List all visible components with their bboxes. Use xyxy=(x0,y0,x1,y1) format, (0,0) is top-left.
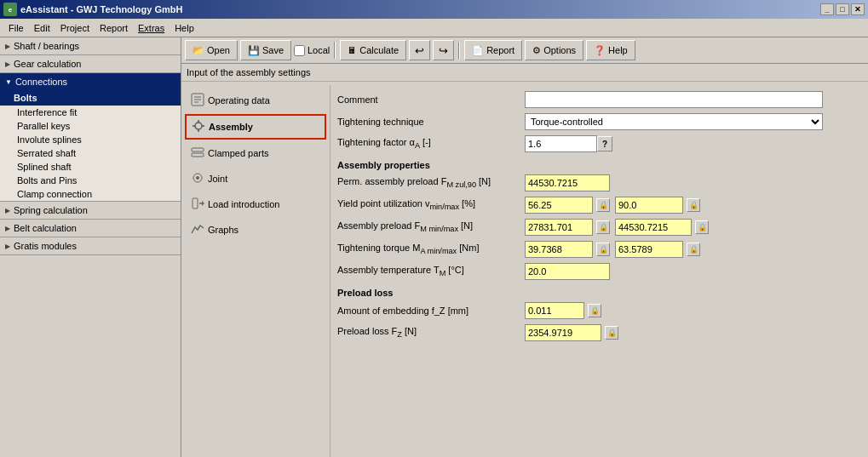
asm-preload-max-input[interactable] xyxy=(615,219,692,236)
panel-title: Input of the assembly settings xyxy=(181,64,868,82)
lock-icon-6[interactable]: 🔒 xyxy=(687,243,700,256)
menu-extras[interactable]: Extras xyxy=(133,21,170,35)
tightening-factor-input[interactable] xyxy=(525,135,597,152)
asm-temp-row: Assembly temperature TM [°C] xyxy=(337,262,861,281)
asm-preload-min-input[interactable] xyxy=(525,219,593,236)
title-bar: e eAssistant - GWJ Technology GmbH _ □ ✕ xyxy=(0,0,868,19)
asm-temp-label: Assembly temperature TM [°C] xyxy=(337,265,525,277)
lock-icon-7[interactable]: 🔒 xyxy=(588,304,601,317)
perm-preload-row: Perm. assembly preload FM zul,90 [N] xyxy=(337,174,861,192)
arrow-icon: ▶ xyxy=(5,207,10,214)
tab-graphs[interactable]: Graphs xyxy=(185,218,326,242)
sidebar-item-splined-shaft[interactable]: Splined shaft xyxy=(0,160,181,174)
menu-project[interactable]: Project xyxy=(55,21,95,35)
open-icon: 📂 xyxy=(193,45,204,56)
help-button[interactable]: ❓ Help xyxy=(586,40,635,60)
sidebar-item-serrated-shaft[interactable]: Serrated shaft xyxy=(0,146,181,160)
sidebar-item-involute-splines[interactable]: Involute splines xyxy=(0,133,181,146)
save-button[interactable]: 💾 Save xyxy=(240,40,291,60)
assembly-icon xyxy=(192,119,205,134)
tightening-torque-min-input[interactable] xyxy=(525,241,593,258)
window-controls[interactable]: _ □ ✕ xyxy=(820,3,865,15)
menu-help[interactable]: Help xyxy=(170,21,199,35)
lock-icon-4[interactable]: 🔒 xyxy=(695,220,709,234)
lock-icon-3[interactable]: 🔒 xyxy=(596,220,610,234)
joint-icon xyxy=(191,171,204,186)
sidebar-item-gratis[interactable]: ▶ Gratis modules xyxy=(0,237,181,254)
tightening-tech-select[interactable]: Torque-controlled xyxy=(525,113,823,130)
preload-loss-label: Preload loss FZ [N] xyxy=(337,326,525,339)
sidebar-item-shaft-bearings[interactable]: ▶ Shaft / bearings xyxy=(0,37,181,54)
comment-input[interactable] xyxy=(525,91,823,108)
sidebar-section-gear: ▶ Gear calculation xyxy=(0,55,181,73)
embedding-label: Amount of embedding f_Z [mm] xyxy=(337,306,525,316)
comment-label: Comment xyxy=(337,94,525,105)
tightening-tech-row: Tightening technique Torque-controlled xyxy=(337,112,861,131)
perm-preload-label: Perm. assembly preload FM zul,90 [N] xyxy=(337,176,525,189)
local-checkbox[interactable] xyxy=(294,45,305,56)
sidebar-label-gear: Gear calculation xyxy=(14,59,82,69)
sidebar-label-shaft: Shaft / bearings xyxy=(14,41,79,51)
svg-rect-10 xyxy=(192,153,204,157)
open-button[interactable]: 📂 Open xyxy=(185,40,238,60)
tab-joint[interactable]: Joint xyxy=(185,167,326,191)
tab-clamped-parts[interactable]: Clamped parts xyxy=(185,141,326,165)
yield-util-label: Yield point utilization vmin/max [%] xyxy=(337,198,525,211)
tab-assembly-label: Assembly xyxy=(209,122,253,132)
minimize-button[interactable]: _ xyxy=(820,3,834,15)
lock-icon-8[interactable]: 🔒 xyxy=(605,326,618,340)
tightening-factor-label: Tightening factor αA [-] xyxy=(337,137,525,150)
assembly-props-header: Assembly properties xyxy=(337,160,861,170)
lock-icon-1[interactable]: 🔒 xyxy=(596,198,610,212)
operating-data-icon xyxy=(191,93,204,108)
redo-button[interactable]: ↪ xyxy=(433,40,454,60)
tightening-tech-label: Tightening technique xyxy=(337,117,525,127)
options-icon: ⚙ xyxy=(532,45,541,56)
sidebar-item-belt[interactable]: ▶ Belt calculation xyxy=(0,220,181,237)
question-button[interactable]: ? xyxy=(597,136,612,151)
preload-loss-input[interactable] xyxy=(525,324,601,341)
tightening-torque-max-input[interactable] xyxy=(615,241,683,258)
report-button[interactable]: 📄 Report xyxy=(464,40,522,60)
tab-operating-data[interactable]: Operating data xyxy=(185,89,326,112)
lock-icon-5[interactable]: 🔒 xyxy=(596,243,610,256)
sidebar-item-interference-fit[interactable]: Interference fit xyxy=(0,106,181,119)
tab-graphs-label: Graphs xyxy=(208,225,239,235)
yield-util-min-input[interactable] xyxy=(525,197,593,214)
close-button[interactable]: ✕ xyxy=(851,3,865,15)
tab-assembly[interactable]: Assembly xyxy=(185,114,326,140)
options-button[interactable]: ⚙ Options xyxy=(525,40,583,60)
tab-navigation: Operating data Assembly Clamped parts xyxy=(181,85,331,457)
restore-button[interactable]: □ xyxy=(836,3,849,15)
calculate-button[interactable]: 🖩 Calculate xyxy=(340,40,406,60)
sidebar-item-connections[interactable]: ▼ Connections xyxy=(0,73,181,90)
menu-file[interactable]: File xyxy=(3,21,29,35)
sidebar-item-clamp-connection[interactable]: Clamp connection xyxy=(0,187,181,201)
asm-temp-input[interactable] xyxy=(525,263,610,280)
separator2 xyxy=(458,42,460,59)
undo-button[interactable]: ↩ xyxy=(409,40,430,60)
sidebar-section-spring: ▶ Spring calculation xyxy=(0,202,181,220)
sidebar-item-bolts[interactable]: Bolts xyxy=(0,90,181,106)
separator xyxy=(334,42,336,59)
embedding-row: Amount of embedding f_Z [mm] 🔒 xyxy=(337,301,861,320)
yield-util-max-input[interactable] xyxy=(615,197,683,214)
tab-load-introduction[interactable]: Load introduction xyxy=(185,192,326,216)
asm-preload-label: Assembly preload FM min/max [N] xyxy=(337,220,525,233)
embedding-input[interactable] xyxy=(525,302,584,319)
yield-util-row: Yield point utilization vmin/max [%] 🔒 🔒 xyxy=(337,196,861,214)
sidebar-section-shaft: ▶ Shaft / bearings xyxy=(0,37,181,55)
menu-report[interactable]: Report xyxy=(95,21,133,35)
sidebar-item-gear[interactable]: ▶ Gear calculation xyxy=(0,55,181,72)
sidebar-item-parallel-keys[interactable]: Parallel keys xyxy=(0,119,181,133)
sidebar: ▶ Shaft / bearings ▶ Gear calculation ▼ … xyxy=(0,37,181,457)
tab-load-introduction-label: Load introduction xyxy=(208,199,279,209)
sidebar-item-bolts-pins[interactable]: Bolts and Pins xyxy=(0,174,181,187)
svg-rect-13 xyxy=(193,198,198,209)
menu-edit[interactable]: Edit xyxy=(29,21,55,35)
sidebar-item-spring[interactable]: ▶ Spring calculation xyxy=(0,202,181,219)
perm-preload-input[interactable] xyxy=(525,174,610,191)
tightening-torque-label: Tightening torque MA min/max [Nm] xyxy=(337,243,525,255)
tab-clamped-parts-label: Clamped parts xyxy=(208,148,269,158)
lock-icon-2[interactable]: 🔒 xyxy=(687,198,700,212)
